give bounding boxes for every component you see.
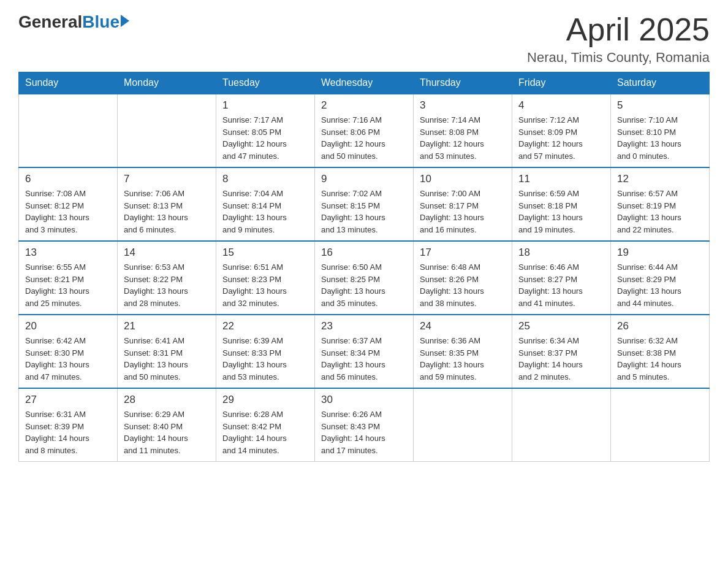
calendar-cell: 15Sunrise: 6:51 AMSunset: 8:23 PMDayligh… (216, 241, 315, 315)
day-number: 23 (321, 320, 407, 332)
day-number: 20 (25, 320, 111, 332)
day-number: 29 (222, 394, 308, 406)
calendar-header-tuesday: Tuesday (216, 72, 315, 94)
calendar-cell: 2Sunrise: 7:16 AMSunset: 8:06 PMDaylight… (315, 94, 414, 167)
day-number: 19 (617, 247, 703, 259)
day-number: 18 (518, 247, 604, 259)
logo-triangle-icon (121, 15, 129, 27)
title-section: April 2025 Nerau, Timis County, Romania (527, 12, 710, 66)
month-title: April 2025 (527, 12, 710, 47)
day-info: Sunrise: 6:42 AMSunset: 8:30 PMDaylight:… (25, 335, 111, 383)
day-info: Sunrise: 6:48 AMSunset: 8:26 PMDaylight:… (420, 261, 506, 309)
location-title: Nerau, Timis County, Romania (527, 50, 710, 66)
day-info: Sunrise: 7:02 AMSunset: 8:15 PMDaylight:… (321, 188, 407, 236)
day-number: 8 (222, 173, 308, 185)
calendar-cell: 7Sunrise: 7:06 AMSunset: 8:13 PMDaylight… (118, 167, 216, 241)
calendar-cell (414, 388, 512, 462)
calendar-header-wednesday: Wednesday (315, 72, 414, 94)
calendar-header-friday: Friday (512, 72, 611, 94)
day-info: Sunrise: 7:16 AMSunset: 8:06 PMDaylight:… (321, 114, 407, 162)
day-info: Sunrise: 6:41 AMSunset: 8:31 PMDaylight:… (124, 335, 210, 383)
calendar-table: SundayMondayTuesdayWednesdayThursdayFrid… (18, 72, 710, 462)
calendar-cell: 11Sunrise: 6:59 AMSunset: 8:18 PMDayligh… (512, 167, 611, 241)
day-info: Sunrise: 7:06 AMSunset: 8:13 PMDaylight:… (124, 188, 210, 236)
day-info: Sunrise: 6:55 AMSunset: 8:21 PMDaylight:… (25, 261, 111, 309)
calendar-cell: 25Sunrise: 6:34 AMSunset: 8:37 PMDayligh… (512, 315, 611, 388)
calendar-cell: 24Sunrise: 6:36 AMSunset: 8:35 PMDayligh… (414, 315, 512, 388)
calendar-cell (118, 94, 216, 167)
day-number: 2 (321, 99, 407, 112)
calendar-week-2: 6Sunrise: 7:08 AMSunset: 8:12 PMDaylight… (19, 167, 710, 241)
calendar-cell: 14Sunrise: 6:53 AMSunset: 8:22 PMDayligh… (118, 241, 216, 315)
day-info: Sunrise: 6:31 AMSunset: 8:39 PMDaylight:… (25, 408, 111, 456)
day-info: Sunrise: 6:32 AMSunset: 8:38 PMDaylight:… (617, 335, 703, 383)
calendar-week-3: 13Sunrise: 6:55 AMSunset: 8:21 PMDayligh… (19, 241, 710, 315)
day-info: Sunrise: 7:10 AMSunset: 8:10 PMDaylight:… (617, 114, 703, 162)
day-number: 26 (617, 320, 703, 332)
calendar-header-sunday: Sunday (19, 72, 118, 94)
day-info: Sunrise: 6:44 AMSunset: 8:29 PMDaylight:… (617, 261, 703, 309)
day-info: Sunrise: 6:50 AMSunset: 8:25 PMDaylight:… (321, 261, 407, 309)
day-info: Sunrise: 7:12 AMSunset: 8:09 PMDaylight:… (518, 114, 604, 162)
calendar-cell: 16Sunrise: 6:50 AMSunset: 8:25 PMDayligh… (315, 241, 414, 315)
calendar-cell: 3Sunrise: 7:14 AMSunset: 8:08 PMDaylight… (414, 94, 512, 167)
calendar-header-row: SundayMondayTuesdayWednesdayThursdayFrid… (19, 72, 710, 94)
day-number: 15 (222, 247, 308, 259)
day-number: 10 (420, 173, 506, 185)
calendar-cell (19, 94, 118, 167)
day-info: Sunrise: 6:37 AMSunset: 8:34 PMDaylight:… (321, 335, 407, 383)
calendar-cell (611, 388, 710, 462)
day-info: Sunrise: 7:08 AMSunset: 8:12 PMDaylight:… (25, 188, 111, 236)
calendar-cell: 22Sunrise: 6:39 AMSunset: 8:33 PMDayligh… (216, 315, 315, 388)
day-number: 27 (25, 394, 111, 406)
day-number: 4 (518, 99, 604, 112)
day-number: 12 (617, 173, 703, 185)
day-number: 16 (321, 247, 407, 259)
calendar-cell: 9Sunrise: 7:02 AMSunset: 8:15 PMDaylight… (315, 167, 414, 241)
day-number: 17 (420, 247, 506, 259)
calendar-header-thursday: Thursday (414, 72, 512, 94)
day-number: 22 (222, 320, 308, 332)
calendar-header-saturday: Saturday (611, 72, 710, 94)
calendar-cell: 1Sunrise: 7:17 AMSunset: 8:05 PMDaylight… (216, 94, 315, 167)
calendar-cell: 20Sunrise: 6:42 AMSunset: 8:30 PMDayligh… (19, 315, 118, 388)
day-info: Sunrise: 6:59 AMSunset: 8:18 PMDaylight:… (518, 188, 604, 236)
calendar-cell: 26Sunrise: 6:32 AMSunset: 8:38 PMDayligh… (611, 315, 710, 388)
calendar-week-5: 27Sunrise: 6:31 AMSunset: 8:39 PMDayligh… (19, 388, 710, 462)
logo-general-text: General (18, 12, 82, 32)
day-info: Sunrise: 6:26 AMSunset: 8:43 PMDaylight:… (321, 408, 407, 456)
day-number: 7 (124, 173, 210, 185)
calendar-cell: 4Sunrise: 7:12 AMSunset: 8:09 PMDaylight… (512, 94, 611, 167)
calendar-week-1: 1Sunrise: 7:17 AMSunset: 8:05 PMDaylight… (19, 94, 710, 167)
day-info: Sunrise: 7:00 AMSunset: 8:17 PMDaylight:… (420, 188, 506, 236)
day-info: Sunrise: 6:29 AMSunset: 8:40 PMDaylight:… (124, 408, 210, 456)
day-info: Sunrise: 6:36 AMSunset: 8:35 PMDaylight:… (420, 335, 506, 383)
calendar-week-4: 20Sunrise: 6:42 AMSunset: 8:30 PMDayligh… (19, 315, 710, 388)
day-number: 3 (420, 99, 506, 112)
day-number: 5 (617, 99, 703, 112)
day-info: Sunrise: 7:04 AMSunset: 8:14 PMDaylight:… (222, 188, 308, 236)
day-number: 14 (124, 247, 210, 259)
calendar-cell: 8Sunrise: 7:04 AMSunset: 8:14 PMDaylight… (216, 167, 315, 241)
page-header: General Blue April 2025 Nerau, Timis Cou… (18, 12, 710, 66)
logo-blue-text: Blue (82, 12, 119, 32)
calendar-cell: 5Sunrise: 7:10 AMSunset: 8:10 PMDaylight… (611, 94, 710, 167)
calendar-cell: 10Sunrise: 7:00 AMSunset: 8:17 PMDayligh… (414, 167, 512, 241)
day-info: Sunrise: 6:46 AMSunset: 8:27 PMDaylight:… (518, 261, 604, 309)
day-number: 30 (321, 394, 407, 406)
day-info: Sunrise: 6:34 AMSunset: 8:37 PMDaylight:… (518, 335, 604, 383)
calendar-cell: 17Sunrise: 6:48 AMSunset: 8:26 PMDayligh… (414, 241, 512, 315)
day-info: Sunrise: 6:51 AMSunset: 8:23 PMDaylight:… (222, 261, 308, 309)
calendar-cell: 21Sunrise: 6:41 AMSunset: 8:31 PMDayligh… (118, 315, 216, 388)
calendar-cell: 12Sunrise: 6:57 AMSunset: 8:19 PMDayligh… (611, 167, 710, 241)
calendar-cell: 13Sunrise: 6:55 AMSunset: 8:21 PMDayligh… (19, 241, 118, 315)
day-info: Sunrise: 7:14 AMSunset: 8:08 PMDaylight:… (420, 114, 506, 162)
calendar-header-monday: Monday (118, 72, 216, 94)
day-info: Sunrise: 6:28 AMSunset: 8:42 PMDaylight:… (222, 408, 308, 456)
day-info: Sunrise: 6:53 AMSunset: 8:22 PMDaylight:… (124, 261, 210, 309)
day-number: 24 (420, 320, 506, 332)
calendar-cell: 23Sunrise: 6:37 AMSunset: 8:34 PMDayligh… (315, 315, 414, 388)
day-info: Sunrise: 6:57 AMSunset: 8:19 PMDaylight:… (617, 188, 703, 236)
calendar-cell: 19Sunrise: 6:44 AMSunset: 8:29 PMDayligh… (611, 241, 710, 315)
day-number: 21 (124, 320, 210, 332)
